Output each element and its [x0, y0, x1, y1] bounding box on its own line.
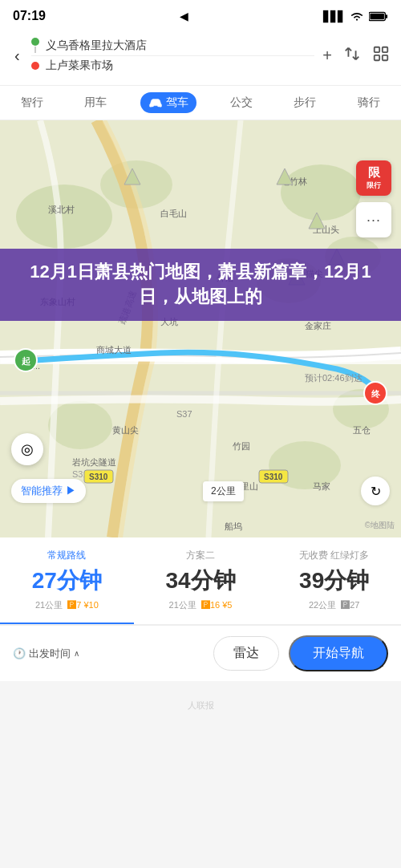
route-1-title: 常规路线 [8, 549, 126, 562]
route-2-title: 方案二 [142, 549, 260, 562]
svg-rect-4 [383, 47, 387, 51]
route-1-fee: 🅿7 ¥10 [67, 600, 99, 610]
svg-rect-5 [375, 55, 379, 59]
radar-button[interactable]: 雷达 [213, 636, 279, 671]
drive-icon [148, 97, 163, 108]
svg-text:竹园: 竹园 [233, 441, 250, 451]
tab-walk[interactable]: 步行 [286, 92, 324, 113]
overlay-banner: 12月1日萧县热门地图，萧县新篇章，12月1日，从地图上的 [0, 249, 401, 321]
route-3-time: 39分钟 [275, 566, 393, 596]
destination-field[interactable]: 上卢菜果市场 [31, 56, 315, 75]
svg-text:预计02:46到达: 预计02:46到达 [305, 373, 363, 383]
bottom-text: 人联报 [188, 700, 214, 712]
action-bar: 🕐 出发时间 ∧ 雷达 开始导航 [0, 625, 401, 681]
limit-button[interactable]: 限 限行 [356, 160, 391, 196]
destination-dot [31, 62, 39, 70]
svg-point-8 [157, 104, 160, 107]
location-icon: ◎ [21, 440, 34, 458]
drive-label: 驾车 [166, 95, 188, 110]
map-area[interactable]: 疏港高速 S37 S310 S310 溪北村 毛竹林 白毛山 上山头 外屠 野猫… [0, 120, 401, 537]
tab-transit[interactable]: 公交 [222, 92, 261, 113]
svg-point-11 [281, 164, 361, 221]
svg-text:溪北村: 溪北村 [48, 205, 75, 214]
map-fab-group: 限 限行 ··· [356, 160, 391, 237]
svg-rect-6 [383, 55, 387, 59]
more-menu-button[interactable] [372, 45, 390, 67]
signal-icon: ▋▋▋ [323, 10, 345, 22]
limit-label: 限行 [367, 180, 381, 191]
svg-text:S37: S37 [176, 409, 192, 419]
tab-bike[interactable]: 骑行 [350, 92, 388, 113]
status-bar: 07:19 ◀ ▋▋▋ [0, 0, 401, 29]
smart-label: 智行 [21, 95, 43, 110]
svg-point-10 [16, 185, 112, 249]
more-options-button[interactable]: ··· [356, 202, 391, 237]
svg-text:金家庄: 金家庄 [305, 321, 331, 331]
status-time: 07:19 [13, 9, 46, 23]
tab-car-hail[interactable]: 用车 [76, 92, 115, 113]
search-actions: + [322, 45, 390, 67]
mode-tabs: 智行 用车 驾车 公交 步行 骑行 [0, 86, 401, 120]
svg-point-7 [152, 104, 154, 107]
location-button[interactable]: ◎ [11, 433, 43, 465]
route-2-time: 34分钟 [142, 566, 260, 596]
svg-text:黄山尖: 黄山尖 [112, 425, 139, 435]
more-dots-icon: ··· [367, 212, 381, 229]
svg-text:起: 起 [21, 356, 30, 366]
depart-arrow-icon: ∧ [74, 649, 79, 658]
map-watermark: ©地图陆 [365, 520, 395, 531]
svg-text:终: 终 [371, 389, 381, 399]
destination-text: 上卢菜果市场 [46, 59, 113, 73]
clock-icon: 🕐 [13, 647, 26, 659]
status-icons: ▋▋▋ [323, 10, 388, 22]
map-background: 疏港高速 S37 S310 S310 溪北村 毛竹林 白毛山 上山头 外屠 野猫… [0, 120, 401, 537]
refresh-icon: ↻ [371, 484, 381, 499]
back-button[interactable]: ‹ [11, 43, 23, 68]
car-hail-label: 用车 [84, 95, 107, 110]
tab-drive[interactable]: 驾车 [140, 92, 196, 113]
route-option-3[interactable]: 无收费 红绿灯多 39分钟 22公里 🅿27 [267, 537, 401, 624]
battery-icon [369, 11, 388, 22]
depart-label: 出发时间 [29, 647, 71, 661]
route-3-lights: 🅿27 [341, 600, 359, 610]
tab-smart[interactable]: 智行 [13, 92, 51, 113]
search-inputs: 义乌香格里拉大酒店 上卢菜果市场 [31, 35, 315, 75]
navigate-button[interactable]: 开始导航 [289, 635, 388, 671]
swap-button[interactable] [343, 45, 361, 67]
svg-rect-3 [375, 47, 379, 51]
route-option-1[interactable]: 常规路线 27分钟 21公里 🅿7 ¥10 [0, 537, 134, 624]
route-1-detail: 21公里 🅿7 ¥10 [8, 599, 126, 611]
origin-dot [31, 38, 39, 46]
route-option-2[interactable]: 方案二 34分钟 21公里 🅿16 ¥5 [134, 537, 268, 624]
location-arrow-icon: ◀ [180, 10, 188, 22]
origin-field[interactable]: 义乌香格里拉大酒店 [31, 35, 315, 56]
smart-recommend-button[interactable]: 智能推荐 ▶ [11, 479, 86, 503]
refresh-button[interactable]: ↻ [361, 477, 390, 505]
distance-badge: 2公里 [203, 481, 244, 501]
svg-text:白毛山: 白毛山 [160, 209, 187, 218]
banner-text: 12月1日萧县热门地图，萧县新篇章，12月1日，从地图上的 [30, 262, 371, 306]
route-3-title: 无收费 红绿灯多 [275, 549, 393, 562]
bike-label: 骑行 [358, 95, 380, 110]
route-1-time: 27分钟 [8, 566, 126, 596]
svg-text:岩坑尖隧道: 岩坑尖隧道 [72, 457, 116, 467]
origin-text: 义乌香格里拉大酒店 [46, 39, 147, 53]
svg-text:商城大道: 商城大道 [96, 345, 132, 355]
svg-text:五仓: 五仓 [353, 425, 371, 435]
route-2-detail: 21公里 🅿16 ¥5 [142, 599, 260, 611]
walk-label: 步行 [294, 95, 316, 110]
smart-bar: 智能推荐 ▶ 2公里 ↻ [0, 477, 401, 505]
add-waypoint-button[interactable]: + [322, 47, 332, 65]
route-panel: 常规路线 27分钟 21公里 🅿7 ¥10 方案二 34分钟 21公里 🅿16 … [0, 537, 401, 625]
depart-time-button[interactable]: 🕐 出发时间 ∧ [13, 647, 204, 661]
route-3-detail: 22公里 🅿27 [275, 599, 393, 611]
smart-recommend-label: 智能推荐 ▶ [21, 484, 76, 498]
svg-text:船坞: 船坞 [225, 521, 242, 531]
search-bar: ‹ 义乌香格里拉大酒店 上卢菜果市场 + [0, 29, 401, 86]
svg-rect-2 [370, 13, 384, 18]
limit-badge: 限 [368, 165, 380, 180]
wifi-icon [350, 10, 364, 22]
svg-point-16 [48, 401, 112, 449]
bottom-spacer: 人联报 [0, 681, 401, 729]
route-2-fee: 🅿16 ¥5 [201, 600, 233, 610]
